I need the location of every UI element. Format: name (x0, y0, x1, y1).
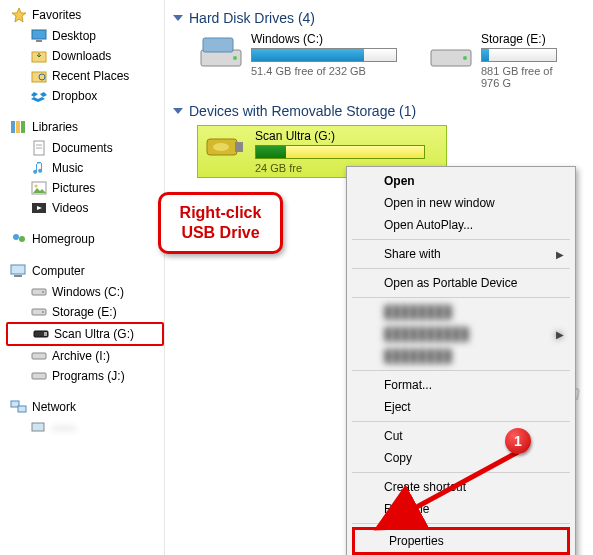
menu-blurred-item[interactable]: ██████████▶ (350, 323, 572, 345)
menu-eject[interactable]: Eject (350, 396, 572, 418)
drive-label: Scan Ultra (G:) (255, 129, 425, 143)
hdd-section-header[interactable]: Hard Disk Drives (4) (173, 10, 593, 26)
dropbox-icon (30, 87, 48, 105)
sidebar-item-videos[interactable]: Videos (6, 198, 164, 218)
network-header[interactable]: Network (6, 396, 164, 418)
sidebar-item-drive-i[interactable]: Archive (I:) (6, 346, 164, 366)
sidebar-item-music[interactable]: Music (6, 158, 164, 178)
menu-separator (352, 370, 570, 371)
svg-rect-31 (203, 38, 233, 52)
network-icon (10, 398, 28, 416)
svg-marker-0 (12, 8, 26, 22)
svg-point-20 (42, 291, 44, 293)
libraries-header[interactable]: Libraries (6, 116, 164, 138)
hdd-icon (197, 32, 245, 72)
usage-bar (255, 145, 425, 159)
svg-rect-2 (36, 40, 42, 42)
menu-open-new-window[interactable]: Open in new window (350, 192, 572, 214)
network-label: Network (32, 400, 76, 414)
svg-point-32 (233, 56, 237, 60)
svg-rect-24 (44, 332, 47, 336)
desktop-icon (30, 27, 48, 45)
instruction-callout: Right-click USB Drive (158, 192, 283, 254)
drive-label: Storage (E:) (481, 32, 557, 46)
menu-blurred-item[interactable]: ████████ (350, 301, 572, 323)
svg-point-22 (42, 311, 44, 313)
drive-c[interactable]: Windows (C:) 51.4 GB free of 232 GB (197, 32, 397, 89)
favorites-header[interactable]: Favorites (6, 4, 164, 26)
menu-open-autoplay[interactable]: Open AutoPlay... (350, 214, 572, 236)
hdd-icon (427, 32, 475, 72)
menu-format[interactable]: Format... (350, 374, 572, 396)
usb-large-icon (201, 129, 249, 165)
svg-rect-29 (32, 423, 44, 431)
annotation-arrow (368, 450, 538, 540)
navigation-tree: Favorites Desktop Downloads Recent Place… (0, 0, 165, 555)
submenu-arrow-icon: ▶ (556, 249, 564, 260)
drive-icon (30, 347, 48, 365)
drive-free-text: 881 GB free of 976 G (481, 65, 557, 89)
submenu-arrow-icon: ▶ (556, 329, 564, 340)
svg-rect-18 (14, 275, 22, 277)
sidebar-item-recent[interactable]: Recent Places (6, 66, 164, 86)
svg-rect-25 (32, 353, 46, 359)
sidebar-item-documents[interactable]: Documents (6, 138, 164, 158)
sidebar-item-drive-e[interactable]: Storage (E:) (6, 302, 164, 322)
homegroup-label: Homegroup (32, 232, 95, 246)
usb-drive-icon (32, 325, 50, 343)
menu-separator (352, 239, 570, 240)
star-icon (10, 6, 28, 24)
usage-bar (251, 48, 397, 62)
recent-icon (30, 67, 48, 85)
svg-point-37 (213, 143, 229, 151)
documents-icon (30, 139, 48, 157)
sidebar-item-downloads[interactable]: Downloads (6, 46, 164, 66)
svg-line-38 (378, 452, 518, 528)
svg-rect-6 (11, 121, 15, 133)
step-badge-1: 1 (505, 428, 531, 454)
sidebar-item-dropbox[interactable]: Dropbox (6, 86, 164, 106)
computer-header[interactable]: Computer (6, 260, 164, 282)
drive-free-text: 51.4 GB free of 232 GB (251, 65, 397, 77)
menu-separator (352, 297, 570, 298)
svg-rect-17 (11, 265, 25, 274)
svg-point-34 (463, 56, 467, 60)
menu-open-portable[interactable]: Open as Portable Device (350, 272, 572, 294)
svg-rect-36 (235, 142, 243, 152)
svg-rect-26 (32, 373, 46, 379)
drive-label: Windows (C:) (251, 32, 397, 46)
collapse-icon (173, 15, 183, 21)
computer-icon (10, 262, 28, 280)
collapse-icon (173, 108, 183, 114)
menu-separator (352, 421, 570, 422)
homegroup-header[interactable]: Homegroup (6, 228, 164, 250)
svg-rect-8 (21, 121, 25, 133)
svg-point-15 (13, 234, 19, 240)
sidebar-item-desktop[interactable]: Desktop (6, 26, 164, 46)
libraries-label: Libraries (32, 120, 78, 134)
svg-rect-7 (16, 121, 20, 133)
sidebar-item-drive-g[interactable]: Scan Ultra (G:) (6, 322, 164, 346)
drive-icon (30, 303, 48, 321)
videos-icon (30, 199, 48, 217)
downloads-icon (30, 47, 48, 65)
menu-cut[interactable]: Cut (350, 425, 572, 447)
drive-e[interactable]: Storage (E:) 881 GB free of 976 G (427, 32, 557, 89)
sidebar-item-drive-j[interactable]: Programs (J:) (6, 366, 164, 386)
menu-open[interactable]: Open (350, 170, 572, 192)
computer-label: Computer (32, 264, 85, 278)
favorites-label: Favorites (32, 8, 81, 22)
menu-blurred-item[interactable]: ████████ (350, 345, 572, 367)
libraries-icon (10, 118, 28, 136)
removable-section-header[interactable]: Devices with Removable Storage (1) (173, 103, 593, 119)
drive-icon (30, 367, 48, 385)
sidebar-item-network-pc[interactable]: —— (6, 418, 164, 438)
pc-icon (30, 419, 48, 437)
sidebar-item-pictures[interactable]: Pictures (6, 178, 164, 198)
sidebar-item-drive-c[interactable]: Windows (C:) (6, 282, 164, 302)
svg-point-16 (19, 236, 25, 242)
usage-bar (481, 48, 557, 62)
svg-rect-1 (32, 30, 46, 39)
svg-point-13 (35, 185, 38, 188)
menu-share-with[interactable]: Share with▶ (350, 243, 572, 265)
